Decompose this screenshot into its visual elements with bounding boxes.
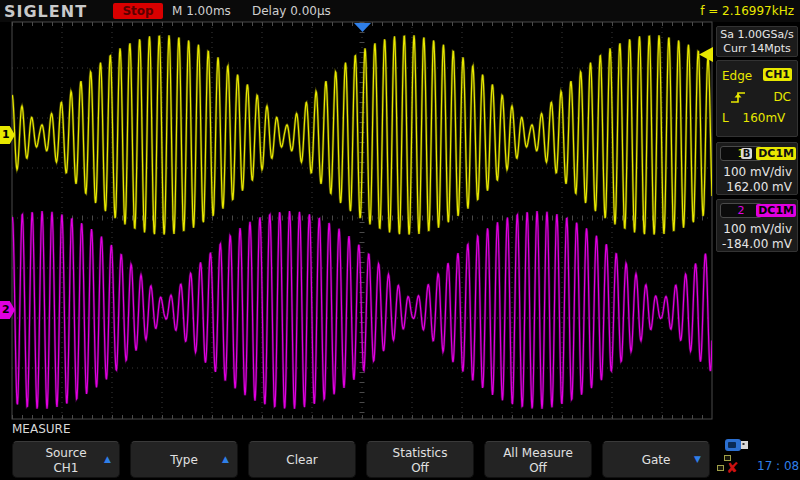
softkey-gate[interactable]: Gate ▼ (602, 441, 710, 478)
trigger-info-box: Edge CH1 DC L 160mV (716, 60, 798, 137)
channel1-offset: 162.00 mV (726, 180, 792, 194)
lan-disconnected-icon: ✘ (717, 455, 743, 477)
oscilloscope-screen: SIGLENT Stop M 1.00ms Delay 0.00µs f = 2… (0, 0, 800, 480)
clock: 17 : 08 (757, 459, 799, 473)
softkey-statistics[interactable]: Statistics Off (366, 441, 474, 478)
channel1-info-box[interactable]: 1 B DC1M 100 mV/div 162.00 mV (716, 142, 798, 195)
softkey-source[interactable]: Source CH1 ▲ (12, 441, 120, 478)
channel2-scale: 100 mV/div (723, 222, 792, 236)
channel1-scale: 100 mV/div (723, 165, 792, 179)
channel1-coupling-badge: DC1M (756, 147, 796, 160)
softkey-type[interactable]: Type ▲ (130, 441, 238, 478)
rising-edge-icon (729, 89, 751, 105)
arrow-up-icon: ▲ (104, 454, 111, 464)
trigger-source-badge: CH1 (763, 68, 792, 81)
acquisition-info-box: Sa 1.00GSa/s Curr 14Mpts (716, 26, 798, 57)
softkey-all-measure[interactable]: All Measure Off (484, 441, 592, 478)
usb-device-icon (724, 438, 750, 452)
arrow-down-icon: ▼ (694, 454, 701, 464)
trigger-type: Edge (722, 69, 752, 83)
ch2-trace-glow (12, 211, 712, 409)
trigger-coupling: DC (773, 90, 791, 104)
bandwidth-limit-badge: B (741, 148, 753, 159)
ch1-trace-glow (12, 35, 712, 234)
sample-rate: Sa 1.00GSa/s (717, 28, 797, 42)
memory-depth: Curr 14Mpts (717, 42, 797, 56)
softkey-clear[interactable]: Clear (248, 441, 356, 478)
trigger-level-readout: L 160mV (722, 111, 785, 125)
waveform-display (0, 0, 800, 480)
channel2-coupling-badge: DC1M (756, 204, 796, 217)
arrow-up-icon: ▲ (222, 454, 229, 464)
channel2-offset: -184.00 mV (722, 237, 792, 251)
channel2-info-box[interactable]: 2 DC1M 100 mV/div -184.00 mV (716, 199, 798, 252)
menu-title: MEASURE (12, 422, 70, 436)
